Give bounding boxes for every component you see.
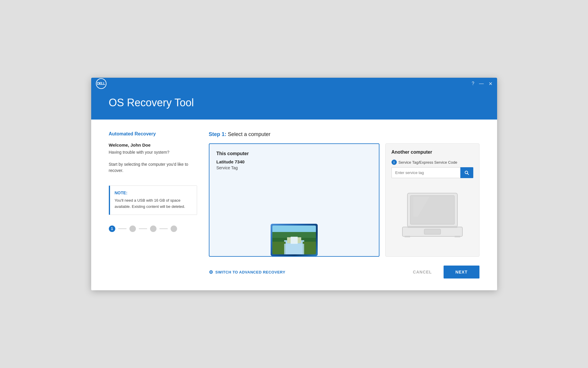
minimize-icon[interactable]: — <box>479 81 484 86</box>
info-icon: i <box>392 160 397 165</box>
generic-laptop-container <box>392 178 473 251</box>
cancel-button[interactable]: CANCEL <box>407 266 438 278</box>
note-box: NOTE: You'll need a USB with 16 GB of sp… <box>109 185 197 215</box>
computer-image-container <box>216 170 372 256</box>
step-line-1 <box>118 228 126 229</box>
footer-buttons: CANCEL NEXT <box>407 266 479 279</box>
footer-row: ⚙ SWITCH TO ADVANCED RECOVERY CANCEL NEX… <box>209 260 479 279</box>
switch-icon: ⚙ <box>209 269 213 275</box>
service-tag-section-label: Service Tag/Express Service Code <box>399 160 457 165</box>
app-title: OS Recovery Tool <box>109 97 479 109</box>
step-description: Select a computer <box>228 131 271 137</box>
sidebar-desc1: Having trouble with your system? <box>109 149 197 155</box>
svg-rect-7 <box>303 242 316 254</box>
next-button[interactable]: NEXT <box>444 266 479 279</box>
another-computer-card: Another computer i Service Tag/Express S… <box>385 143 479 257</box>
content-area: Automated Recovery Welcome, John Doe Hav… <box>91 120 497 290</box>
switch-to-advanced-link[interactable]: ⚙ SWITCH TO ADVANCED RECOVERY <box>209 269 286 275</box>
app-window: DELL ? — ✕ OS Recovery Tool Automated Re… <box>91 78 497 290</box>
this-computer-card[interactable]: This computer Latitude 7340 Service Tag <box>209 143 379 257</box>
title-bar: DELL ? — ✕ <box>91 78 497 89</box>
service-tag-section: i Service Tag/Express Service Code <box>392 160 473 178</box>
svg-line-10 <box>467 173 469 175</box>
computer-model: Latitude 7340 <box>216 159 372 164</box>
svg-rect-5 <box>291 237 298 244</box>
step-header: Step 1: Select a computer <box>209 131 479 137</box>
computer-service-tag-label: Service Tag <box>216 165 372 170</box>
laptop-image <box>271 224 318 256</box>
progress-steps: 1 <box>109 226 197 232</box>
service-tag-input-row <box>392 167 473 178</box>
sidebar-welcome: Welcome, John Doe <box>109 142 197 147</box>
step-line-3 <box>159 228 168 229</box>
note-title: NOTE: <box>115 190 192 195</box>
svg-rect-16 <box>407 226 457 228</box>
close-icon[interactable]: ✕ <box>489 81 492 87</box>
title-bar-left: DELL <box>96 78 106 89</box>
service-tag-search-button[interactable] <box>460 167 473 178</box>
note-text: You'll need a USB with 16 GB of space av… <box>115 198 192 210</box>
sidebar: Automated Recovery Welcome, John Doe Hav… <box>109 131 197 279</box>
step-line-2 <box>139 228 147 229</box>
this-computer-heading: This computer <box>216 151 372 156</box>
another-computer-heading: Another computer <box>392 150 473 155</box>
main-content: Step 1: Select a computer This computer … <box>209 131 479 279</box>
step-3-dot <box>150 226 156 232</box>
header: OS Recovery Tool <box>91 89 497 120</box>
title-bar-controls: ? — ✕ <box>472 81 492 87</box>
step-label: Step 1: <box>209 131 226 137</box>
switch-label: SWITCH TO ADVANCED RECOVERY <box>215 270 285 274</box>
step-4-dot <box>171 226 177 232</box>
service-tag-label-row: i Service Tag/Express Service Code <box>392 160 473 165</box>
computers-row: This computer Latitude 7340 Service Tag <box>209 143 479 257</box>
svg-rect-18 <box>454 236 460 237</box>
search-icon <box>464 170 469 175</box>
step-2-dot <box>129 226 136 232</box>
svg-rect-6 <box>272 242 286 254</box>
step-1-dot: 1 <box>109 226 115 232</box>
svg-rect-8 <box>284 244 304 254</box>
service-tag-input[interactable] <box>392 167 460 178</box>
help-icon[interactable]: ? <box>472 81 474 86</box>
sidebar-section-title: Automated Recovery <box>109 131 197 137</box>
dell-logo: DELL <box>96 78 106 89</box>
waterfall-svg <box>272 226 316 254</box>
svg-rect-15 <box>424 229 441 234</box>
svg-rect-17 <box>404 236 410 237</box>
laptop-screen <box>272 226 316 254</box>
sidebar-desc2: Start by selecting the computer you'd li… <box>109 161 197 174</box>
generic-laptop-svg <box>400 190 465 239</box>
